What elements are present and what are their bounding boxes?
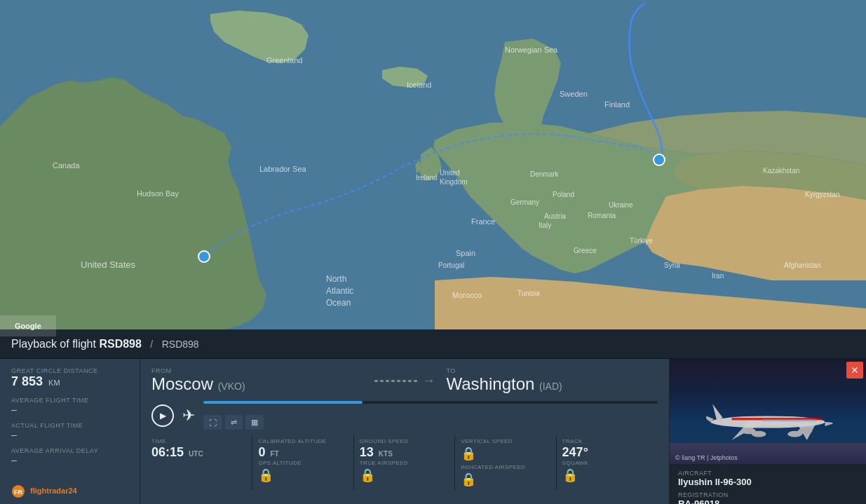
vertical-speed-lock-icon: 🔒 [461,447,476,461]
route-from: FROM Moscow (VKO) [151,367,363,394]
indicated-airspeed-lock: 🔒 [461,472,555,487]
true-airspeed-lock-icon: 🔒 [360,468,375,482]
progress-bar-fill [203,401,363,404]
avg-arrival-block: AVERAGE ARRIVAL DELAY – [11,447,128,465]
right-panel: ✕ [670,359,866,504]
svg-point-10 [798,428,813,435]
aircraft-photo: © liang TR | Jetphotos [670,359,866,464]
time-cell: TIME 06:15 UTC [151,435,252,490]
aircraft-info: AIRCRAFT Ilyushin Il-96-300 REGISTRATION… [670,464,866,504]
great-circle-block: GREAT CIRCLE DISTANCE 7 853 KM [11,367,128,390]
close-button[interactable]: ✕ [846,362,863,379]
plane-icon: ✈ [182,407,195,425]
left-panel: GREAT CIRCLE DISTANCE 7 853 KM AVERAGE F… [0,359,140,504]
gps-alt-lock: 🔒 [258,468,353,483]
actual-flight-block: ACTUAL FLIGHT TIME – [11,422,128,440]
squawk-lock: 🔒 [562,468,658,483]
fr24-logo: FR flightradar24 [11,484,77,498]
ground-speed-cell: GROUND SPEED 13 KTS TRUE AIRSPEED 🔒 [354,435,455,490]
play-button[interactable]: ▶ [151,404,174,427]
squawk-lock-icon: 🔒 [562,468,578,482]
aircraft-row: AIRCRAFT Ilyushin Il-96-300 [678,470,858,487]
page-title: Playback of flight RSD898 / RSD898 [11,338,199,350]
indicated-airspeed-lock-icon: 🔒 [461,472,476,486]
photo-credit: © liang TR | Jetphotos [675,454,738,461]
registration-row: REGISTRATION RA-96018 [678,491,858,504]
true-airspeed-lock: 🔒 [360,468,454,483]
svg-text:FR: FR [14,489,22,496]
calibrated-alt-cell: CALIBRATED ALTITUDE 0 FT GPS ALTITUDE 🔒 [252,435,353,490]
route-arrow: → [363,374,447,388]
city-from: Moscow (VKO) [151,374,363,394]
vertical-speed-cell: VERTICAL SPEED 🔒 INDICATED AIRSPEED 🔒 [455,435,556,490]
avg-flight-block: AVERAGE FLIGHT TIME – [11,397,128,415]
bottom-panel: Playback of flight RSD898 / RSD898 GREAT… [0,329,866,504]
expand-button[interactable]: ⛶ [203,415,222,430]
svg-point-1 [198,251,210,262]
vertical-speed-lock: 🔒 [461,446,555,461]
content-area: GREAT CIRCLE DISTANCE 7 853 KM AVERAGE F… [0,359,866,504]
track-cell: TRACK 247° SQUAWK 🔒 [557,435,658,490]
route-row: FROM Moscow (VKO) → TO [151,367,658,394]
middle-panel: FROM Moscow (VKO) → TO [140,359,670,504]
google-watermark: Google [0,315,56,336]
svg-point-8 [752,431,766,437]
svg-point-3 [654,154,665,165]
map[interactable]: Greenland Iceland Norwegian Sea Canada U… [0,0,866,336]
city-to: Washington (IAD) [447,374,658,394]
photo-button[interactable]: ▦ [245,415,264,430]
gps-lock-icon: 🔒 [258,468,273,482]
route-button[interactable]: ⇌ [225,415,243,430]
progress-bar[interactable] [203,401,658,404]
data-grid: TIME 06:15 UTC CALIBRATED ALTITUDE 0 FT … [151,435,658,490]
route-to: TO Washington (IAD) [447,367,658,394]
action-buttons: ⛶ ⇌ ▦ [203,415,658,430]
controls-row: ▶ ✈ ⛶ ⇌ ▦ [151,401,658,430]
svg-rect-12 [762,420,816,422]
header-bar: Playback of flight RSD898 / RSD898 [0,329,866,359]
